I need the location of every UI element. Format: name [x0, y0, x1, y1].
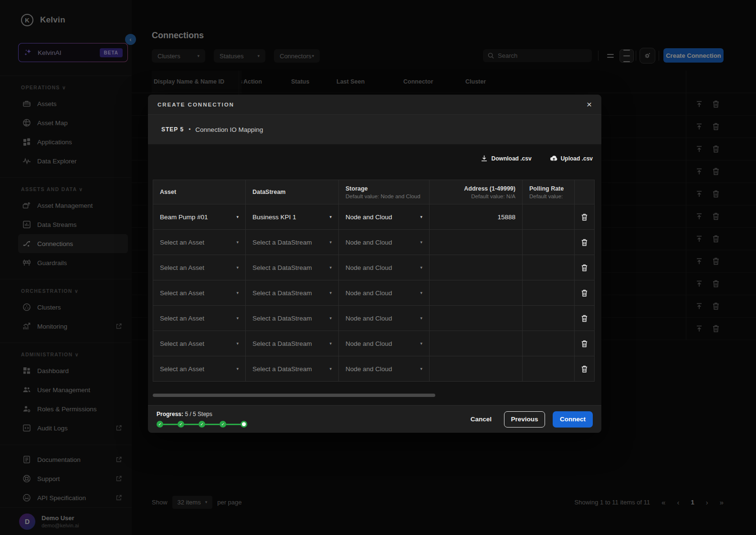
- chevron-down-icon: ▾: [420, 265, 422, 270]
- storage-select[interactable]: Node and Cloud▾: [339, 356, 430, 381]
- cloud-upload-icon: [550, 155, 557, 162]
- step-done-icon: ✓: [220, 421, 226, 428]
- address-input[interactable]: [430, 230, 523, 255]
- step-current-icon: [241, 421, 247, 428]
- polling-rate-input[interactable]: [523, 255, 575, 280]
- trash-icon[interactable]: [581, 238, 588, 246]
- step-banner: STEP 5 • Connection IO Mapping: [148, 115, 601, 144]
- previous-button[interactable]: Previous: [504, 411, 545, 428]
- step-number: STEP 5: [161, 126, 184, 133]
- chevron-down-icon: ▾: [420, 316, 422, 321]
- datastream-select[interactable]: Select a DataStream▾: [246, 306, 339, 331]
- trash-icon[interactable]: [581, 339, 588, 348]
- address-input[interactable]: [430, 280, 523, 305]
- cancel-button[interactable]: Cancel: [471, 416, 492, 423]
- polling-rate-input[interactable]: [523, 331, 575, 356]
- io-row: Select an Asset▾ Select a DataStream▾ No…: [153, 356, 594, 381]
- col-address-default: Default value: N/A: [471, 193, 515, 199]
- asset-select[interactable]: Select an Asset▾: [153, 255, 246, 280]
- address-input[interactable]: [430, 331, 523, 356]
- io-row: Select an Asset▾ Select a DataStream▾ No…: [153, 305, 594, 331]
- chevron-down-icon: ▾: [329, 290, 332, 295]
- polling-rate-input[interactable]: [523, 280, 575, 305]
- trash-icon[interactable]: [581, 364, 588, 373]
- io-table-header: Asset DataStream Storage Default value: …: [153, 180, 594, 204]
- modal-title: CREATE CONNECTION: [158, 102, 234, 107]
- datastream-select[interactable]: Select a DataStream▾: [246, 255, 339, 280]
- trash-icon[interactable]: [581, 213, 588, 221]
- chevron-down-icon: ▾: [329, 240, 332, 245]
- chevron-down-icon: ▾: [329, 214, 332, 219]
- address-input[interactable]: [430, 356, 523, 381]
- datastream-select[interactable]: Select a DataStream▾: [246, 230, 339, 255]
- chevron-down-icon: ▾: [420, 341, 422, 346]
- asset-select[interactable]: Select an Asset▾: [153, 356, 246, 381]
- trash-icon[interactable]: [581, 263, 588, 272]
- datastream-select[interactable]: Select a DataStream▾: [246, 331, 339, 356]
- step-done-icon: ✓: [199, 421, 205, 428]
- storage-select[interactable]: Node and Cloud▾: [339, 280, 430, 305]
- datastream-select[interactable]: Select a DataStream▾: [246, 356, 339, 381]
- address-input[interactable]: [430, 255, 523, 280]
- storage-select[interactable]: Node and Cloud▾: [339, 331, 430, 356]
- modal-header: CREATE CONNECTION ×: [148, 95, 601, 115]
- chevron-down-icon: ▾: [420, 240, 422, 245]
- col-polling-default: Default value:: [529, 193, 567, 199]
- asset-select[interactable]: Select an Asset▾: [153, 230, 246, 255]
- asset-select[interactable]: Beam Pump #01▾: [153, 204, 246, 229]
- horizontal-scrollbar[interactable]: [153, 394, 435, 397]
- asset-select[interactable]: Select an Asset▾: [153, 280, 246, 305]
- chevron-down-icon: ▾: [236, 290, 239, 295]
- io-mapping-table: Asset DataStream Storage Default value: …: [153, 180, 595, 382]
- chevron-down-icon: ▾: [420, 366, 422, 371]
- chevron-down-icon: ▾: [329, 366, 332, 371]
- chevron-down-icon: ▾: [420, 214, 422, 219]
- col-asset: Asset: [160, 189, 239, 195]
- step-done-icon: ✓: [178, 421, 184, 428]
- asset-select[interactable]: Select an Asset▾: [153, 306, 246, 331]
- datastream-select[interactable]: Business KPI 1▾: [246, 204, 339, 229]
- chevron-down-icon: ▾: [420, 290, 422, 295]
- col-polling-rate: Polling Rate: [529, 185, 567, 192]
- col-datastream: DataStream: [252, 189, 332, 195]
- polling-rate-input[interactable]: [523, 230, 575, 255]
- progress-indicator: Progress: 5 / 5 Steps ✓ ✓ ✓ ✓: [157, 411, 247, 428]
- chevron-down-icon: ▾: [236, 265, 239, 270]
- io-row: Select an Asset▾ Select a DataStream▾ No…: [153, 255, 594, 280]
- address-input[interactable]: [430, 306, 523, 331]
- chevron-down-icon: ▾: [236, 366, 239, 371]
- chevron-down-icon: ▾: [236, 240, 239, 245]
- upload-csv-button[interactable]: Upload .csv: [550, 155, 593, 162]
- col-storage-default: Default value: Node and Cloud: [346, 193, 422, 199]
- polling-rate-input[interactable]: [523, 306, 575, 331]
- io-row: Select an Asset▾ Select a DataStream▾ No…: [153, 280, 594, 305]
- storage-select[interactable]: Node and Cloud▾: [339, 204, 430, 229]
- io-row: Beam Pump #01▾ Business KPI 1▾ Node and …: [153, 204, 594, 229]
- address-input[interactable]: 15888: [430, 204, 523, 229]
- connect-button[interactable]: Connect: [553, 411, 593, 428]
- chevron-down-icon: ▾: [329, 265, 332, 270]
- create-connection-modal: CREATE CONNECTION × STEP 5 • Connection …: [148, 95, 601, 433]
- polling-rate-input[interactable]: [523, 356, 575, 381]
- app-root: K Kelvin KelvinAI BETA OPERATIONS ∨ Asse…: [0, 0, 756, 535]
- close-icon[interactable]: ×: [587, 100, 592, 109]
- modal-body: Download .csv Upload .csv Asset DataStre…: [148, 144, 601, 405]
- bullet: •: [189, 126, 190, 133]
- io-row: Select an Asset▾ Select a DataStream▾ No…: [153, 331, 594, 356]
- asset-select[interactable]: Select an Asset▾: [153, 331, 246, 356]
- storage-select[interactable]: Node and Cloud▾: [339, 255, 430, 280]
- datastream-select[interactable]: Select a DataStream▾: [246, 280, 339, 305]
- trash-icon[interactable]: [581, 314, 588, 322]
- storage-select[interactable]: Node and Cloud▾: [339, 306, 430, 331]
- progress-label: Progress:: [157, 411, 183, 417]
- storage-select[interactable]: Node and Cloud▾: [339, 230, 430, 255]
- col-address: Address (1-49999): [464, 185, 515, 192]
- chevron-down-icon: ▾: [236, 214, 239, 219]
- trash-icon[interactable]: [581, 289, 588, 297]
- polling-rate-input[interactable]: [523, 204, 575, 229]
- chevron-down-icon: ▾: [236, 341, 239, 346]
- io-row: Select an Asset▾ Select a DataStream▾ No…: [153, 229, 594, 255]
- progress-steps: ✓ ✓ ✓ ✓: [157, 421, 247, 428]
- download-csv-button[interactable]: Download .csv: [481, 155, 532, 162]
- modal-footer: Progress: 5 / 5 Steps ✓ ✓ ✓ ✓ Cancel Pre…: [148, 405, 601, 433]
